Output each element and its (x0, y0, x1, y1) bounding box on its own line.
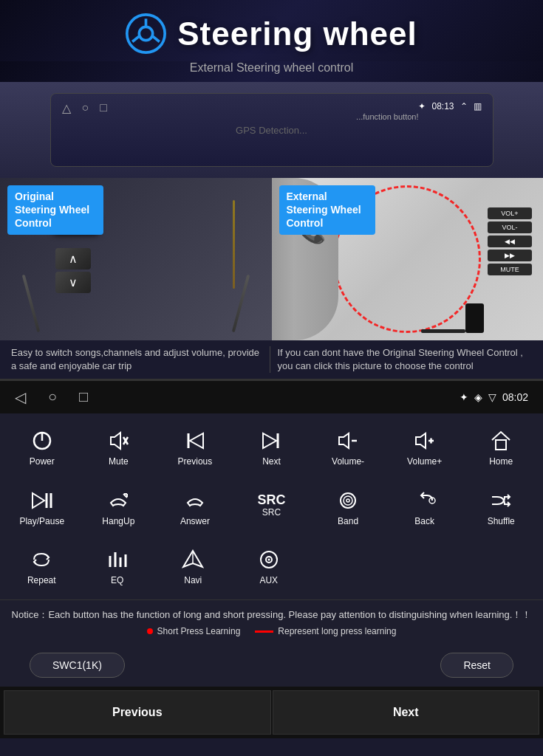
swc-button[interactable]: SWC1(1K) (30, 653, 125, 678)
wheel-buttons: VOL+ VOL- ◀◀ ▶▶ MUTE (488, 207, 532, 275)
android-home-icon: △ (62, 101, 71, 115)
src-button[interactable]: SRC SRC SRC (233, 481, 310, 532)
buttons-row: SWC1(1K) Reset (0, 644, 543, 687)
navi-icon (182, 549, 204, 571)
previous-nav-button[interactable]: Previous (4, 690, 271, 735)
volume-down-button[interactable]: Volume- (310, 421, 386, 472)
android-circle-icon: ○ (82, 101, 89, 115)
svg-marker-11 (190, 433, 203, 448)
right-comparison-panel[interactable]: External Steering Wheel Control 📞 VOL+ V… (272, 178, 544, 340)
short-press-legend: Short Press Learning (147, 626, 241, 636)
play-pause-icon (31, 489, 53, 512)
svg-rect-19 (496, 440, 506, 450)
next-nav-button[interactable]: Next (273, 690, 540, 735)
battery-icon: ▥ (474, 101, 482, 111)
bt-status-icon: ✦ (460, 391, 468, 403)
answer-button[interactable]: Answer (157, 481, 233, 532)
legend-row: Short Press Learning Represent long pres… (11, 626, 532, 636)
car-background: GPS Detection... ✦ 08:13 ⌃ ▥ △ ○ □ ...fu… (0, 82, 543, 178)
steering-wheel-icon (126, 13, 166, 54)
back-nav-icon[interactable]: ◁ (15, 388, 26, 406)
hangup-icon (107, 489, 129, 512)
previous-nav-label: Previous (112, 706, 163, 719)
recents-nav-icon[interactable]: □ (79, 388, 88, 406)
mute-btn: MUTE (488, 264, 532, 275)
aux-button[interactable]: AUX (231, 540, 307, 591)
hangup-button[interactable]: HangUp (81, 481, 157, 532)
long-press-legend: Represent long press learning (255, 626, 396, 636)
volume-up-button[interactable]: Volume+ (386, 421, 463, 472)
shuffle-icon (490, 489, 512, 512)
android-nav-icons: ◁ ○ □ (15, 388, 88, 406)
svg-marker-16 (416, 433, 426, 448)
band-button[interactable]: Band (310, 481, 386, 532)
svg-point-28 (346, 499, 349, 502)
svg-point-40 (267, 559, 270, 561)
notice-section: Notice：Each button has the function of l… (0, 599, 543, 645)
mute-icon (107, 430, 129, 452)
previous-icon (184, 430, 206, 452)
notice-text: Notice：Each button has the function of l… (11, 608, 532, 622)
home-nav-icon[interactable]: ○ (48, 388, 57, 406)
android-square-icon: □ (100, 101, 107, 115)
svg-line-4 (153, 36, 160, 41)
long-press-label: Represent long press learning (278, 626, 396, 636)
volume-up-icon (414, 430, 436, 452)
power-button[interactable]: Power (4, 421, 81, 472)
src-icon: SRC SRC (257, 493, 285, 518)
repeat-button[interactable]: Repeat (4, 540, 80, 591)
svg-line-3 (132, 36, 139, 41)
next-track-btn: ▶▶ (488, 250, 532, 261)
answer-icon (184, 489, 206, 512)
svg-marker-20 (33, 493, 44, 508)
status-time: 08:02 (502, 391, 528, 403)
mute-button[interactable]: Mute (81, 421, 157, 472)
long-press-line (255, 630, 273, 633)
back-button[interactable]: Back (386, 481, 463, 532)
eq-button[interactable]: EQ (80, 540, 156, 591)
page-title: Steering wheel (177, 16, 417, 52)
right-description: If you can dont have the Original Steeri… (270, 346, 536, 373)
repeat-icon (30, 549, 52, 571)
header-banner: Steering wheel (0, 0, 543, 61)
volume-down-icon (337, 430, 359, 452)
header-subtitle: External Steering wheel control (0, 61, 543, 82)
svg-marker-13 (263, 433, 276, 448)
comparison-section: Original Steering Wheel Control MODE ∧ ∨ (0, 178, 543, 340)
left-comparison-panel: Original Steering Wheel Control MODE ∧ ∨ (0, 178, 272, 340)
eq-icon (106, 549, 129, 571)
clock-display: 08:13 (431, 101, 454, 111)
status-bar: ✦ ◈ ▽ 08:02 (460, 391, 528, 403)
next-button[interactable]: Next (233, 421, 310, 472)
controls-row-3: Repeat EQ Navi AUX (0, 540, 310, 599)
play-pause-button[interactable]: Play/Pause (4, 481, 81, 532)
previous-button[interactable]: Previous (157, 421, 233, 472)
navi-button[interactable]: Navi (155, 540, 231, 591)
back-icon (414, 489, 436, 512)
band-icon (337, 489, 359, 512)
vol-minus-btn: VOL- (488, 221, 532, 233)
short-press-dot (147, 628, 153, 634)
original-label: Original Steering Wheel Control (7, 185, 103, 235)
svg-point-1 (140, 27, 153, 40)
aux-icon (258, 549, 280, 571)
svg-point-27 (344, 496, 352, 505)
navigation-section: Previous Next (0, 687, 543, 738)
next-icon (260, 430, 282, 452)
controls-section: ◁ ○ □ ✦ ◈ ▽ 08:02 Power Mute (0, 379, 543, 738)
prev-track-btn: ◀◀ (488, 236, 532, 247)
power-icon (31, 430, 53, 452)
external-label: External Steering Wheel Control (279, 185, 375, 235)
android-nav-bar: ◁ ○ □ ✦ ◈ ▽ 08:02 (0, 381, 543, 413)
description-row: Easy to switch songs,channels and adjust… (0, 340, 543, 379)
signal-status-icon: ▽ (488, 391, 496, 403)
shuffle-button[interactable]: Shuffle (462, 481, 539, 532)
left-description: Easy to switch songs,channels and adjust… (7, 346, 270, 373)
location-icon: ◈ (474, 391, 482, 403)
svg-point-26 (341, 493, 355, 508)
home-button[interactable]: Home (462, 421, 539, 472)
home-icon (490, 430, 512, 452)
short-press-label: Short Press Learning (157, 626, 241, 636)
next-nav-label: Next (393, 706, 419, 719)
reset-button[interactable]: Reset (440, 653, 513, 678)
